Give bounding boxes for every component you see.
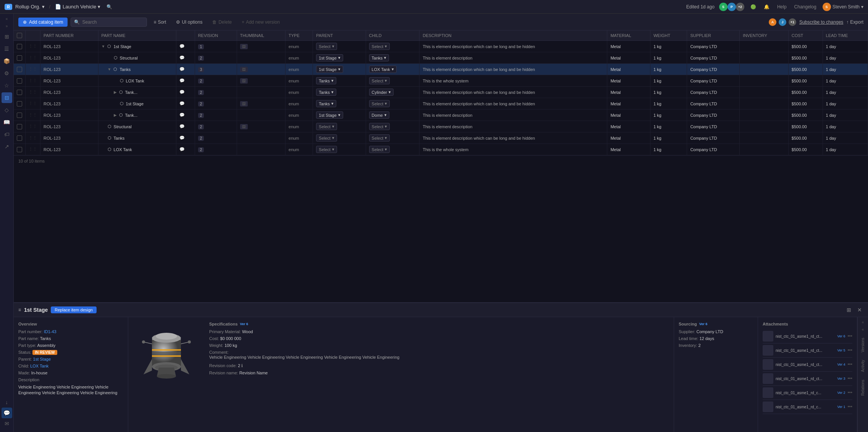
drag-handle[interactable]: ⋮⋮ — [29, 135, 37, 140]
row-checkbox[interactable] — [17, 124, 22, 129]
changelog-link[interactable]: Changelog — [793, 3, 818, 10]
detail-tile-btn[interactable]: ⊞ — [845, 306, 853, 314]
comment-icon[interactable]: 💬 — [179, 55, 185, 60]
row-checkbox[interactable] — [17, 135, 22, 141]
comment-icon[interactable]: 💬 — [179, 78, 185, 83]
sidebar-grid-icon[interactable]: ⊟ — [2, 92, 12, 103]
help-link[interactable]: Help — [776, 3, 788, 10]
attachment-menu-btn[interactable]: ••• — [847, 390, 852, 395]
attachment-menu-btn[interactable]: ••• — [847, 362, 852, 367]
doc-name[interactable]: 📄 Launch Vehicle ▾ — [55, 4, 100, 10]
row-checkbox[interactable] — [17, 44, 22, 49]
sidebar-home-icon[interactable]: ⊞ — [2, 31, 12, 42]
child-select[interactable]: Select ▾ — [369, 100, 390, 107]
child-select[interactable]: Cylinder ▾ — [369, 89, 394, 96]
ui-options-button[interactable]: ⚙ UI options — [173, 18, 206, 27]
replace-item-design-button[interactable]: Replace item design — [51, 306, 97, 313]
sidebar-flow-icon[interactable]: ↗ — [2, 141, 12, 152]
row-checkbox[interactable] — [17, 67, 22, 72]
detail-close-btn[interactable]: ✕ — [856, 306, 863, 314]
revision-code-info-icon[interactable]: ℹ — [241, 363, 243, 368]
sort-button[interactable]: ≡ Sort — [150, 18, 169, 27]
expand-sidebar-btn[interactable]: » — [6, 24, 8, 28]
child-select[interactable]: Dome ▾ — [369, 111, 389, 119]
expand-row-btn[interactable]: ▶ — [114, 113, 117, 117]
tab-activity[interactable]: Activity — [859, 357, 866, 375]
parent-select[interactable]: Select ▾ — [316, 43, 337, 50]
parent-select[interactable]: 1st Stage ▾ — [316, 54, 343, 61]
comment-icon[interactable]: 💬 — [179, 44, 185, 48]
user-menu[interactable]: S Steven Smith ▾ — [823, 3, 863, 11]
row-checkbox[interactable] — [17, 101, 22, 106]
parent-select[interactable]: 1st Stage ▾ — [316, 66, 343, 73]
row-checkbox[interactable] — [17, 55, 22, 61]
attachment-menu-btn[interactable]: ••• — [847, 334, 852, 339]
expand-side-tabs-btn[interactable]: « — [862, 327, 864, 332]
comment-icon[interactable]: 💬 — [179, 124, 185, 129]
row-checkbox[interactable] — [17, 147, 22, 152]
sidebar-settings-icon[interactable]: ⚙ — [2, 68, 12, 79]
expand-row-btn[interactable]: ▼ — [108, 67, 111, 71]
comment-icon[interactable]: 💬 — [179, 90, 185, 94]
green-icon[interactable]: 🟢 — [749, 3, 758, 10]
parent-select[interactable]: Tanks ▾ — [316, 89, 336, 96]
search-input[interactable] — [82, 19, 136, 25]
sidebar-list-icon[interactable]: ☰ — [2, 44, 12, 54]
parent-select[interactable]: Select ▾ — [316, 134, 337, 142]
child-select[interactable]: Select ▾ — [369, 146, 390, 153]
drag-handle[interactable]: ⋮⋮ — [29, 55, 37, 60]
child-select[interactable]: Select ▾ — [369, 123, 390, 130]
subscribe-link[interactable]: Subscribe to changes — [799, 19, 843, 25]
child-select[interactable]: Tanks ▾ — [369, 54, 389, 61]
parent-select[interactable]: 1st Stage ▾ — [316, 111, 343, 119]
attachment-menu-btn[interactable]: ••• — [847, 404, 852, 409]
expand-row-btn[interactable]: ▶ — [114, 90, 117, 94]
child-select[interactable]: Select ▾ — [369, 77, 390, 84]
drag-handle[interactable]: ⋮⋮ — [29, 147, 37, 152]
drag-handle[interactable]: ⋮⋮ — [29, 101, 37, 106]
attachment-menu-btn[interactable]: ••• — [847, 348, 852, 353]
collapse-sidebar-btn[interactable]: « — [6, 17, 8, 21]
parent-select[interactable]: Select ▾ — [316, 123, 337, 130]
child-select[interactable]: LOX Tank ▾ — [369, 66, 397, 73]
child-select[interactable]: Select ▾ — [369, 134, 390, 142]
row-checkbox[interactable] — [17, 113, 22, 118]
add-catalog-item-button[interactable]: ⊕ Add catalog item — [18, 18, 68, 27]
sidebar-download-icon[interactable]: ↓ — [2, 397, 12, 408]
expand-row-btn[interactable]: ▼ — [102, 44, 105, 48]
tab-versions[interactable]: Versions — [859, 335, 866, 355]
drag-handle[interactable]: ⋮⋮ — [29, 78, 37, 83]
drag-handle[interactable]: ⋮⋮ — [29, 124, 37, 129]
export-button[interactable]: ↑ Export — [846, 19, 863, 25]
comment-icon[interactable]: 💬 — [179, 113, 185, 117]
sidebar-mail-icon[interactable]: ✉ — [2, 418, 12, 429]
org-name[interactable]: Rollup Org. ▾ — [15, 4, 45, 10]
delete-button[interactable]: 🗑 Delete — [209, 18, 235, 27]
comment-icon[interactable]: 💬 — [179, 101, 185, 106]
select-all-checkbox[interactable] — [17, 33, 22, 38]
drag-handle[interactable]: ⋮⋮ — [29, 90, 37, 94]
comment-icon[interactable]: 💬 — [179, 147, 185, 152]
drag-handle[interactable]: ⋮⋮ — [29, 44, 37, 48]
sidebar-box-icon[interactable]: 📦 — [2, 56, 12, 66]
collapse-side-tabs-btn[interactable]: « — [862, 320, 864, 324]
parent-select[interactable]: Tanks ▾ — [316, 100, 336, 107]
child-select[interactable]: Select ▾ — [369, 43, 390, 50]
bell-icon[interactable]: 🔔 — [762, 3, 771, 10]
drag-handle[interactable]: ⋮⋮ — [29, 113, 37, 117]
global-search-icon[interactable]: 🔍 — [106, 4, 112, 10]
comment-icon[interactable]: 💬 — [179, 67, 185, 71]
parent-select[interactable]: Tanks ▾ — [316, 77, 336, 84]
attachment-menu-btn[interactable]: ••• — [847, 376, 852, 381]
drag-handle[interactable]: ⋮⋮ — [29, 67, 37, 71]
comment-icon[interactable]: 💬 — [179, 135, 185, 140]
tab-relations[interactable]: Relations — [859, 377, 866, 399]
sidebar-diamond-icon[interactable]: ◇ — [2, 105, 12, 115]
search-box[interactable]: 🔍 — [71, 18, 147, 27]
parent-select[interactable]: Select ▾ — [316, 146, 337, 153]
sidebar-book-icon[interactable]: 📖 — [2, 117, 12, 127]
row-checkbox[interactable] — [17, 90, 22, 95]
sidebar-star-icon[interactable]: ☆ — [2, 80, 12, 91]
add-version-button[interactable]: + Add new version — [238, 18, 283, 27]
table-container[interactable]: PART NUMBER PART NAME REVISION THUMBNAIL… — [14, 31, 868, 302]
